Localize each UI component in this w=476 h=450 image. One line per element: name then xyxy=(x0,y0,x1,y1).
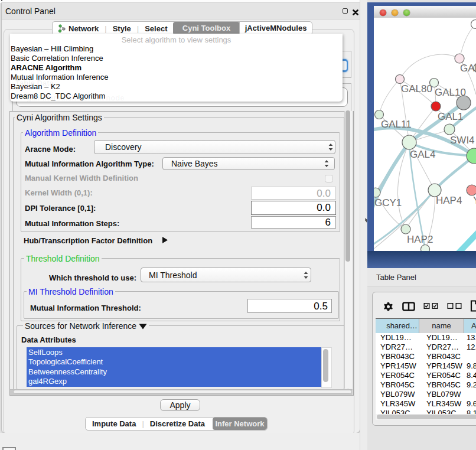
svg-text:GAL1: GAL1 xyxy=(438,111,463,122)
svg-text:GCY1: GCY1 xyxy=(374,197,402,208)
svg-text:GAL4: GAL4 xyxy=(410,149,435,160)
svg-text:SWI4: SWI4 xyxy=(450,135,475,146)
svg-text:GAL2: GAL2 xyxy=(460,63,476,74)
svg-text:GAL10: GAL10 xyxy=(435,87,466,98)
svg-text:GAL80: GAL80 xyxy=(401,83,432,94)
svg-text:Y: Y xyxy=(473,195,476,206)
svg-text:GAL11: GAL11 xyxy=(381,119,412,130)
svg-text:HAP4: HAP4 xyxy=(436,195,462,206)
svg-text:HAP2: HAP2 xyxy=(407,234,433,245)
